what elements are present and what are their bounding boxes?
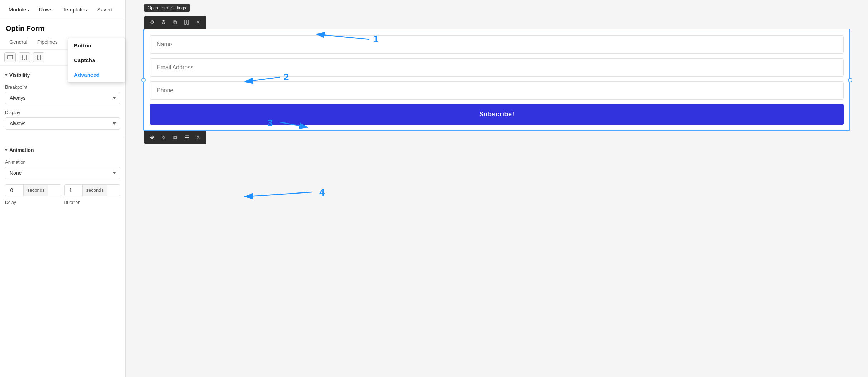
dropdown-captcha[interactable]: Captcha — [68, 53, 125, 68]
sidebar-nav-templates[interactable]: Templates — [57, 0, 92, 19]
toolbar-bottom-close-btn[interactable]: ✕ — [194, 133, 202, 142]
animation-chevron: ▾ — [5, 148, 7, 153]
sidebar-nav-rows[interactable]: Rows — [34, 0, 58, 19]
section-divider-1 — [0, 137, 125, 137]
name-field[interactable] — [150, 35, 844, 54]
svg-point-4 — [24, 59, 25, 60]
sidebar-nav: Modules Rows Templates Saved — [0, 0, 125, 19]
toolbar-bottom-settings-btn[interactable] — [159, 133, 168, 142]
svg-rect-0 — [8, 55, 13, 59]
resize-handle-left[interactable] — [141, 78, 146, 82]
delay-duration-labels: Delay Duration — [0, 199, 125, 208]
animation-section-header[interactable]: ▾ Animation — [0, 142, 125, 157]
annotation-4: 4 — [319, 187, 325, 198]
size-control-tablet[interactable] — [19, 52, 30, 62]
size-control-desktop[interactable] — [4, 52, 16, 62]
size-control-mobile[interactable] — [33, 52, 44, 62]
phone-field[interactable] — [150, 81, 844, 100]
dropdown-menu: Button Captcha Advanced — [68, 38, 125, 83]
form-toolbar-bottom: ✥ ⧉ ☰ ✕ — [144, 131, 206, 144]
sidebar: Modules Rows Templates Saved Optin Form … — [0, 0, 126, 377]
sidebar-nav-saved[interactable]: Saved — [92, 0, 118, 19]
display-label: Display — [5, 110, 120, 115]
email-field[interactable] — [150, 58, 844, 77]
sidebar-nav-modules[interactable]: Modules — [4, 0, 34, 19]
toolbar-copy-btn[interactable]: ⧉ — [171, 18, 179, 27]
duration-input-group: seconds — [64, 184, 121, 196]
delay-duration-row: seconds seconds — [0, 182, 125, 199]
tab-general[interactable]: General — [4, 35, 32, 49]
delay-unit: seconds — [23, 185, 48, 196]
main-content: Optin Form Settings ✥ ⧉ ✕ Subscribe! ✥ ⧉ — [126, 0, 868, 377]
breakpoint-field: Breakpoint Always — [0, 82, 125, 107]
sidebar-content: ▾ Visibility Breakpoint Always Display A… — [0, 66, 125, 377]
delay-label: Delay — [5, 200, 61, 205]
toolbar-bottom-move-btn[interactable]: ✥ — [148, 133, 156, 142]
delay-input-group: seconds — [5, 184, 61, 196]
dropdown-button[interactable]: Button — [68, 38, 125, 53]
toolbar-move-btn[interactable]: ✥ — [148, 18, 156, 27]
display-field: Display Always — [0, 107, 125, 132]
resize-handle-right[interactable] — [848, 78, 852, 82]
visibility-chevron: ▾ — [5, 73, 7, 78]
animation-select[interactable]: None — [5, 167, 120, 179]
animation-section: ▾ Animation Animation None seconds secon… — [0, 139, 125, 211]
svg-point-6 — [38, 59, 39, 60]
submit-button[interactable]: Subscribe! — [150, 104, 844, 125]
form-canvas: Optin Form Settings ✥ ⧉ ✕ Subscribe! ✥ ⧉ — [143, 29, 850, 131]
breakpoint-label: Breakpoint — [5, 84, 120, 90]
duration-label: Duration — [64, 200, 121, 205]
dropdown-advanced[interactable]: Advanced — [68, 68, 125, 82]
animation-field: Animation None — [0, 157, 125, 182]
display-select[interactable]: Always — [5, 117, 120, 130]
delay-input[interactable] — [5, 185, 23, 196]
toolbar-columns-btn[interactable] — [182, 18, 191, 27]
animation-label: Animation — [5, 159, 120, 165]
breakpoint-select[interactable]: Always — [5, 92, 120, 104]
form-fields: Subscribe! — [144, 29, 849, 130]
toolbar-bottom-copy-btn[interactable]: ⧉ — [171, 133, 179, 142]
visibility-title: Visibility — [9, 72, 30, 78]
toolbar-tooltip: Optin Form Settings — [144, 4, 190, 12]
sidebar-title: Optin Form — [0, 19, 125, 35]
svg-rect-7 — [184, 20, 186, 24]
duration-input[interactable] — [65, 185, 82, 196]
duration-unit: seconds — [82, 185, 107, 196]
svg-rect-8 — [187, 20, 189, 24]
animation-title: Animation — [9, 147, 34, 153]
toolbar-close-btn[interactable]: ✕ — [194, 18, 202, 27]
toolbar-bottom-align-btn[interactable]: ☰ — [182, 133, 191, 142]
svg-line-13 — [244, 192, 312, 197]
tab-pipelines[interactable]: Pipelines — [32, 35, 63, 49]
toolbar-settings-btn[interactable] — [159, 18, 168, 27]
form-toolbar-top: Optin Form Settings ✥ ⧉ ✕ — [144, 16, 206, 29]
